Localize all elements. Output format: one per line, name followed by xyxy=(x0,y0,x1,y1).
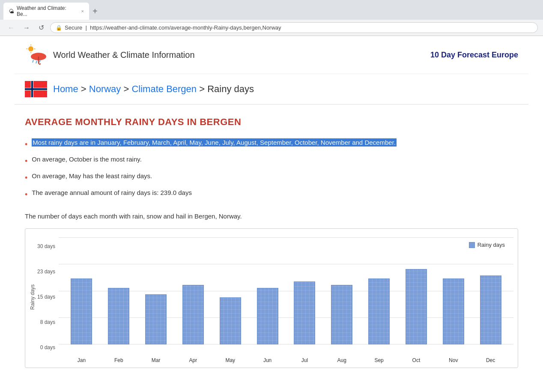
bar-group-nov xyxy=(435,278,472,344)
bar-group-mar xyxy=(137,294,175,344)
refresh-button[interactable]: ↺ xyxy=(36,23,47,33)
umbrella-icon xyxy=(25,44,47,66)
svg-point-0 xyxy=(28,46,33,51)
y-axis-container: Rainy days 30 days 23 days 15 days 8 day… xyxy=(30,243,59,363)
bar-group-feb xyxy=(100,288,137,344)
svg-rect-14 xyxy=(25,88,47,90)
breadcrumb: Home > Norway > Climate Bergen > Rainy d… xyxy=(53,84,254,95)
x-label-mar: Mar xyxy=(137,357,175,363)
highlighted-text: Most rainy days are in January, February… xyxy=(32,138,397,147)
bullet-icon: • xyxy=(25,139,27,150)
section-title: AVERAGE MONTHLY RAINY DAYS IN BERGEN xyxy=(25,117,518,128)
breadcrumb-page[interactable]: Climate Bergen xyxy=(131,84,197,94)
bar-jun xyxy=(257,288,278,344)
bar-oct xyxy=(406,269,427,344)
main-content: AVERAGE MONTHLY RAINY DAYS IN BERGEN • M… xyxy=(15,105,528,380)
bar-nov xyxy=(443,278,464,344)
chart-wrapper: Rainy days Rainy days 30 days 23 days 15… xyxy=(30,237,513,363)
bullet-text-4: The average annual amount of rainy days … xyxy=(32,188,192,198)
x-label-oct: Oct xyxy=(397,357,435,363)
chart-inner: JanFebMarAprMayJunJulAugSepOctNovDec xyxy=(59,237,513,363)
lock-icon: 🔒 xyxy=(56,25,62,31)
x-label-sep: Sep xyxy=(361,357,398,363)
list-item: • Most rainy days are in January, Februa… xyxy=(25,138,518,150)
x-axis-labels: JanFebMarAprMayJunJulAugSepOctNovDec xyxy=(59,357,513,363)
bar-jul xyxy=(294,281,315,344)
new-tab-button[interactable]: + xyxy=(92,6,98,16)
y-label-23: 23 days xyxy=(37,269,55,275)
x-label-jul: Jul xyxy=(286,357,323,363)
secure-label: Secure | https://weather-and-climate.com… xyxy=(65,24,281,31)
list-item: • On average, October is the most rainy. xyxy=(25,155,518,167)
chart-area: Rainy days 30 days 23 days 15 days 8 day… xyxy=(30,237,513,363)
x-label-may: May xyxy=(212,357,249,363)
bar-aug xyxy=(331,285,352,344)
breadcrumb-home[interactable]: Home xyxy=(53,84,78,94)
address-bar: ← → ↺ 🔒 Secure | https://weather-and-cli… xyxy=(0,20,543,36)
x-label-jan: Jan xyxy=(63,357,100,363)
x-label-aug: Aug xyxy=(323,357,361,363)
bar-group-jul xyxy=(286,281,323,344)
bar-group-dec xyxy=(472,275,509,344)
site-header: World Weather & Climate Information 10 D… xyxy=(15,36,528,74)
x-label-apr: Apr xyxy=(175,357,212,363)
bullet-text-2: On average, October is the most rainy. xyxy=(32,155,142,165)
bullet-text-highlighted: Most rainy days are in January, February… xyxy=(32,138,397,148)
bullet-icon: • xyxy=(25,156,27,167)
breadcrumb-country[interactable]: Norway xyxy=(89,84,121,94)
bullet-icon: • xyxy=(25,189,27,200)
back-button[interactable]: ← xyxy=(5,23,17,33)
bullet-text-3: On average, May has the least rainy days… xyxy=(32,171,152,181)
bars-row xyxy=(59,237,513,344)
tab-bar: 🌤 Weather and Climate: Be... × + xyxy=(0,0,543,20)
breadcrumb-subpage: Rainy days xyxy=(207,84,254,94)
norway-flag-icon xyxy=(25,81,47,97)
page-content: World Weather & Climate Information 10 D… xyxy=(15,36,528,380)
info-list: • Most rainy days are in January, Februa… xyxy=(25,138,518,200)
x-label-dec: Dec xyxy=(472,357,509,363)
site-logo: World Weather & Climate Information xyxy=(25,44,195,66)
tab-title: Weather and Climate: Be... xyxy=(17,5,76,17)
bar-group-jun xyxy=(249,288,286,344)
y-label-15: 15 days xyxy=(37,294,55,300)
tab-favicon: 🌤 xyxy=(9,8,14,15)
bar-dec xyxy=(480,275,501,344)
chart-container: Rainy days Rainy days 30 days 23 days 15… xyxy=(25,228,518,368)
x-label-jun: Jun xyxy=(249,357,286,363)
bar-feb xyxy=(108,288,129,344)
x-label-feb: Feb xyxy=(100,357,137,363)
forward-button[interactable]: → xyxy=(21,23,33,33)
bar-jan xyxy=(71,278,92,344)
breadcrumb-sep1: > xyxy=(81,84,89,94)
list-item: • On average, May has the least rainy da… xyxy=(25,171,518,184)
tab-close-button[interactable]: × xyxy=(81,9,84,14)
bar-may xyxy=(220,297,241,344)
bar-sep xyxy=(368,278,390,344)
y-label-8: 8 days xyxy=(40,319,55,325)
y-label-0: 0 days xyxy=(40,344,55,350)
bar-group-aug xyxy=(323,285,361,344)
y-axis-title: Rainy days xyxy=(30,243,36,350)
y-label-30: 30 days xyxy=(37,243,55,249)
breadcrumb-sep3: > xyxy=(199,84,207,94)
forecast-link[interactable]: 10 Day Forecast Europe xyxy=(430,51,518,60)
svg-line-8 xyxy=(36,61,37,63)
bar-group-apr xyxy=(175,285,212,344)
bar-group-sep xyxy=(361,278,398,344)
url-bar[interactable]: 🔒 Secure | https://weather-and-climate.c… xyxy=(50,22,538,33)
breadcrumb-sep2: > xyxy=(123,84,131,94)
bar-group-oct xyxy=(397,269,435,344)
bar-apr xyxy=(182,285,204,344)
y-axis: 30 days 23 days 15 days 8 days 0 days xyxy=(37,243,55,363)
bar-group-jan xyxy=(63,278,100,344)
svg-line-7 xyxy=(33,60,33,63)
list-item: • The average annual amount of rainy day… xyxy=(25,188,518,200)
bar-group-may xyxy=(212,297,249,344)
breadcrumb-section: Home > Norway > Climate Bergen > Rainy d… xyxy=(15,74,528,105)
x-label-nov: Nov xyxy=(435,357,472,363)
browser-chrome: 🌤 Weather and Climate: Be... × + ← → ↺ 🔒… xyxy=(0,0,543,36)
site-title: World Weather & Climate Information xyxy=(53,50,195,60)
active-tab[interactable]: 🌤 Weather and Climate: Be... × xyxy=(3,3,89,20)
chart-description: The number of days each month with rain,… xyxy=(25,212,518,220)
bullet-icon: • xyxy=(25,172,27,184)
